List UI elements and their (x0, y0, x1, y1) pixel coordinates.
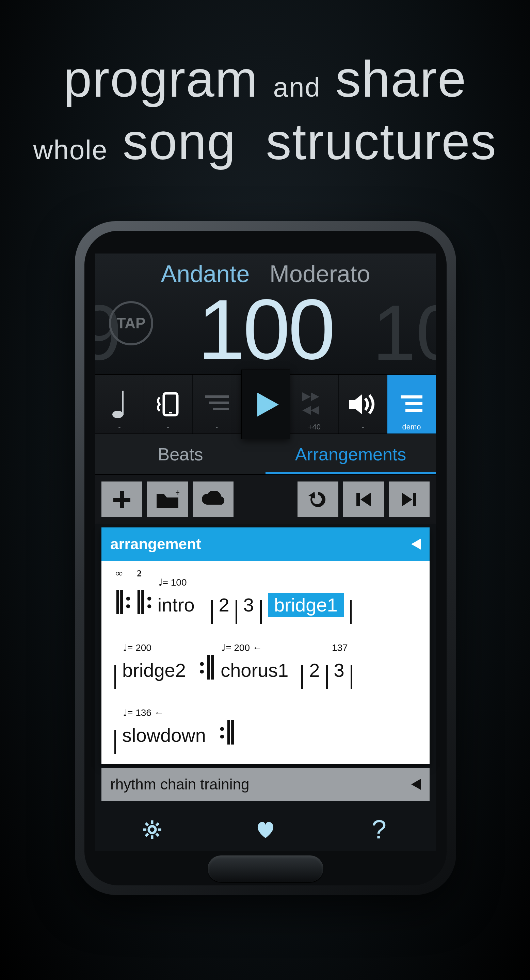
cloud-button[interactable] (193, 482, 234, 517)
svg-marker-8 (302, 392, 311, 401)
help-button[interactable]: ? (322, 808, 436, 851)
svg-marker-10 (311, 406, 319, 415)
tempo-annotation: ♩= 136 ← (123, 704, 164, 722)
svg-marker-11 (302, 406, 311, 415)
svg-rect-1 (122, 391, 124, 415)
question-icon: ? (372, 814, 386, 845)
svg-rect-13 (401, 395, 422, 398)
svg-rect-14 (406, 402, 422, 405)
loop-button[interactable] (298, 482, 338, 517)
skip-button[interactable]: +40 (290, 375, 339, 434)
headline-word: song (123, 113, 236, 170)
bar-number: 3 (240, 586, 257, 624)
headline-word: whole (33, 135, 108, 165)
svg-point-23 (149, 826, 156, 833)
play-icon (249, 388, 283, 422)
headline-word: structures (266, 113, 497, 170)
bar-number: 2 (215, 586, 233, 624)
svg-line-29 (156, 834, 159, 836)
svg-text:+: + (175, 490, 179, 498)
quarter-note-icon (111, 389, 128, 420)
vibrate-button[interactable]: - (144, 375, 193, 434)
note-value-button[interactable]: - (95, 375, 144, 434)
control-sub: - (118, 423, 121, 431)
play-button[interactable] (241, 369, 290, 439)
prev-button[interactable] (343, 482, 384, 517)
headline-word: and (273, 72, 320, 102)
collapsed-title: rhythm chain training (110, 776, 249, 793)
device-frame: 9 10 Andante Moderato TAP 100 - (75, 221, 456, 895)
vibrate-icon (153, 391, 183, 418)
settings-button[interactable] (95, 808, 208, 851)
bottom-nav: ? (95, 808, 436, 851)
expand-icon (411, 779, 421, 790)
svg-rect-19 (357, 493, 360, 506)
svg-line-28 (146, 823, 148, 826)
device-home-button (208, 856, 323, 882)
control-sub: +40 (308, 423, 321, 431)
svg-point-0 (112, 411, 123, 418)
add-button[interactable] (102, 482, 142, 517)
svg-rect-15 (406, 409, 422, 412)
heart-icon (255, 820, 276, 840)
cloud-icon (199, 491, 227, 508)
plus-icon (111, 489, 132, 510)
headline-word: share (336, 50, 467, 108)
svg-marker-12 (349, 395, 362, 414)
arrangement-notation[interactable]: ∞ ‖: 2 ‖: ♩= 100 intro 2 (102, 561, 430, 764)
speaker-icon (347, 392, 378, 416)
bpm-display[interactable]: 100 (95, 281, 436, 374)
svg-rect-6 (213, 408, 229, 410)
tab-label: Arrangements (295, 444, 406, 465)
svg-rect-3 (169, 412, 172, 414)
arrangement-collapsed-item[interactable]: rhythm chain training (102, 768, 430, 801)
collapse-icon (411, 539, 421, 550)
next-button[interactable] (389, 482, 430, 517)
tab-bar: Beats Arrangements (95, 434, 436, 475)
favorite-button[interactable] (208, 808, 322, 851)
app-screen: 9 10 Andante Moderato TAP 100 - (95, 253, 436, 851)
volume-button[interactable]: - (339, 375, 387, 434)
tempo-annotation: ♩= 200 ← (221, 639, 262, 657)
arrangement-header[interactable]: arrangement (102, 527, 430, 561)
arrangement-toolbar: + (95, 475, 436, 524)
svg-marker-9 (311, 392, 319, 401)
control-sub: demo (402, 423, 421, 431)
svg-rect-4 (205, 395, 229, 398)
tempo-annotation: 137 (332, 639, 348, 657)
tab-beats[interactable]: Beats (95, 434, 266, 474)
section-name-selected: bridge1 (268, 593, 344, 617)
tab-arrangements[interactable]: Arrangements (266, 434, 436, 474)
folder-plus-icon: + (156, 490, 179, 509)
section-name: chorus1 (221, 659, 288, 681)
section-name: bridge2 (122, 659, 186, 681)
display-mode-button[interactable]: - (193, 375, 241, 434)
svg-rect-17 (113, 498, 131, 502)
svg-rect-5 (209, 401, 229, 404)
control-sub: - (215, 423, 218, 431)
repeat-count: ∞ (116, 564, 121, 583)
svg-line-31 (146, 834, 148, 836)
control-sub: - (362, 423, 364, 431)
arrangement-card: arrangement ∞ ‖: 2 ‖: ♩= (102, 527, 430, 764)
svg-marker-7 (257, 393, 279, 417)
control-sub: - (167, 423, 169, 431)
section-name: slowdown (122, 724, 206, 746)
bar-number: 3 (334, 659, 344, 681)
svg-rect-22 (413, 493, 416, 506)
open-folder-button[interactable]: + (147, 482, 188, 517)
tempo-annotation: ♩= 100 (158, 573, 187, 592)
lines-icon (205, 394, 229, 414)
svg-line-30 (156, 823, 159, 826)
arrangement-title: arrangement (110, 536, 201, 553)
repeat-arrow-icon (308, 489, 328, 510)
repeat-count: 2 (137, 564, 140, 583)
svg-marker-21 (402, 493, 412, 506)
demo-preset-button[interactable]: demo (387, 375, 436, 434)
tempo-panel: 9 10 Andante Moderato TAP 100 (95, 253, 436, 374)
skip-previous-icon (354, 490, 373, 509)
fast-forward-rewind-icon (301, 391, 328, 418)
list-icon (401, 394, 422, 414)
svg-marker-20 (360, 493, 371, 506)
headline-word: program (63, 50, 258, 108)
